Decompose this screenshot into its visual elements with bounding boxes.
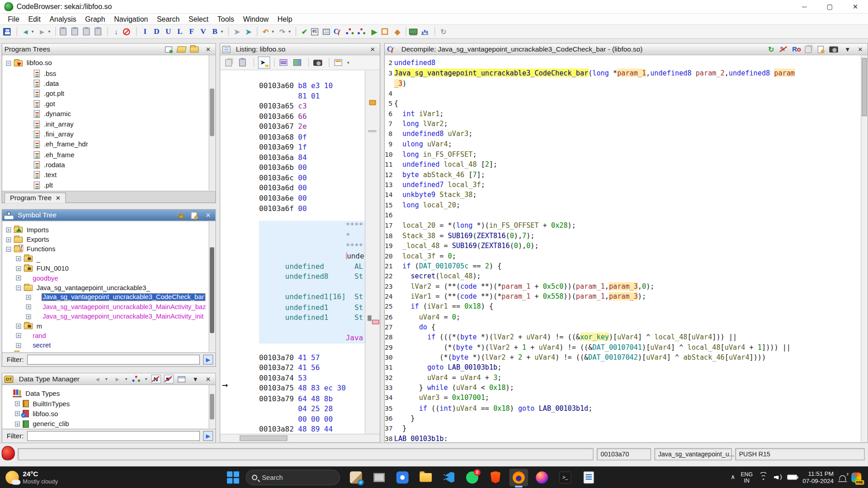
chart-icon[interactable] xyxy=(421,26,432,37)
new-tree-icon[interactable] xyxy=(165,45,175,54)
decompile-line[interactable]: 28 if (((*(byte *)(lVar2 + uVar4) != ((&… xyxy=(385,332,861,342)
menu-window[interactable]: Window xyxy=(239,14,273,24)
menu-analysis[interactable]: Analysis xyxy=(45,14,81,24)
expand-icon[interactable]: + xyxy=(6,227,11,232)
dtm-forward-dropdown-icon[interactable]: ▾ xyxy=(125,376,130,381)
graph-icon[interactable] xyxy=(357,26,368,37)
dtm-back-icon[interactable]: ◄ xyxy=(92,375,102,384)
copy-annotations-icon[interactable] xyxy=(82,26,93,37)
firefox-icon[interactable] xyxy=(509,469,528,486)
listing-row[interactable]: 04 25 28 xyxy=(259,404,380,414)
function-graph-icon[interactable] xyxy=(380,26,391,37)
listing-header[interactable]: Listing: libfoo.so ✕ xyxy=(220,44,380,56)
symbol-java_sg_vantagepoint_uncrackable3_mainac[interactable]: +Java_sg_vantagepoint_uncrackable3_MainA… xyxy=(6,302,208,312)
decompile-line[interactable]: 23 lVar2 = (**(code **)(*param_1 + 0x5c0… xyxy=(385,282,861,291)
paste-icon[interactable] xyxy=(237,56,250,69)
listing-content[interactable]: 00103a60 b8 e3 10 81 0100103a65 c300103a… xyxy=(220,70,380,434)
decompile-line[interactable]: 4 xyxy=(385,89,861,99)
symbol-labels[interactable]: +Labels xyxy=(6,350,208,352)
dtm-back-dropdown-icon[interactable]: ▾ xyxy=(105,376,110,381)
listing-row[interactable]: 00103a68 0f xyxy=(259,132,380,142)
decompile-line[interactable]: 3Java_sg_vantagepoint_uncrackable3_CodeC… xyxy=(385,68,861,78)
validate-icon[interactable]: ✔ xyxy=(299,26,310,37)
sphere-app-icon[interactable] xyxy=(533,469,552,486)
section-init_array[interactable]: .init_array xyxy=(6,119,208,130)
listing-block-row[interactable]: undefined1[16] St xyxy=(259,292,380,303)
disable-edit-icon[interactable]: ✎ xyxy=(779,45,789,54)
menu-navigation[interactable]: Navigation xyxy=(109,14,152,24)
dtm-menu-dropdown-icon[interactable]: ▼ xyxy=(190,375,200,384)
filter-arrays-off-icon[interactable]: N xyxy=(152,375,162,384)
listing-block-row[interactable] xyxy=(259,323,380,333)
decompile-line[interactable]: 8 undefined8 uVar3; xyxy=(385,129,861,139)
paste-icon[interactable] xyxy=(71,26,81,37)
expand-icon[interactable]: + xyxy=(26,305,31,310)
expand-icon[interactable]: + xyxy=(16,343,21,348)
gray-window-app-icon[interactable] xyxy=(370,469,389,486)
listing-row[interactable]: 00103a72 41 56 xyxy=(259,363,380,373)
decompile-line[interactable]: 35 if ((int)uVar4 == 0x18) goto LAB_0010… xyxy=(385,403,861,413)
listing-row[interactable]: 81 01 xyxy=(259,91,380,101)
decompile-line[interactable]: 5{ xyxy=(385,99,861,108)
decompile-line[interactable]: 26 uVar4 = 0; xyxy=(385,312,861,322)
wifi-icon[interactable] xyxy=(758,474,768,481)
symbol-m[interactable]: +m xyxy=(6,321,208,331)
expand-icon[interactable]: + xyxy=(16,256,21,261)
filter-options-icon[interactable] xyxy=(203,355,213,365)
byte-icon[interactable]: B xyxy=(209,26,220,37)
listing-block-row[interactable]: Java xyxy=(259,333,380,343)
undo-icon[interactable]: ↶ xyxy=(260,26,271,37)
decompile-line[interactable]: 16 xyxy=(385,210,861,220)
decompile-line[interactable]: 2undefined8 xyxy=(385,58,861,68)
menu-select[interactable]: Select xyxy=(184,14,213,24)
decompile-line[interactable]: 12 byte abStack_46 [7]; xyxy=(385,170,861,180)
decompile-line[interactable]: _3) xyxy=(385,78,861,88)
listing-row[interactable]: 00103a6f 00 xyxy=(259,204,380,214)
redo-dropdown-icon[interactable]: ▾ xyxy=(288,29,293,34)
diamond-icon[interactable]: ◆ xyxy=(392,26,403,37)
undo-dropdown-icon[interactable]: ▾ xyxy=(272,29,276,34)
decompile-line[interactable]: 38LAB_00103b1b: xyxy=(385,434,861,442)
back-icon[interactable]: ◄ xyxy=(20,26,31,37)
ghidra-status-logo-icon[interactable] xyxy=(2,446,15,460)
vscode-icon[interactable] xyxy=(439,469,458,486)
decompile-line[interactable]: 19 _local_48 = SUB169(ZEXT816(0),0); xyxy=(385,241,861,251)
dtm-forward-icon[interactable]: ► xyxy=(113,375,123,384)
listing-row[interactable]: 00103a82 48 89 44 xyxy=(259,424,380,434)
listing-row[interactable]: 00103a6c 00 xyxy=(259,173,380,183)
symbol-functions[interactable]: −Functions xyxy=(6,244,208,254)
decompile-line[interactable]: 29 (*(byte *)(lVar2 + 1 + uVar4) != ((&D… xyxy=(385,343,861,352)
copy-icon[interactable] xyxy=(224,56,236,69)
decompile-line[interactable]: 31 goto LAB_00103b1b; xyxy=(385,362,861,372)
symbol-filter-input[interactable] xyxy=(27,355,200,365)
decompile-line[interactable]: 7 long lVar2; xyxy=(385,119,861,129)
listing-row[interactable]: 00103a70 41 57 xyxy=(259,353,380,363)
close-panel-icon[interactable]: ✕ xyxy=(203,375,213,384)
filter-pointers-off-icon[interactable]: ☛ xyxy=(165,375,175,384)
undefine-icon[interactable]: U xyxy=(163,26,174,37)
snapshot-icon[interactable] xyxy=(313,56,325,69)
datatype-libfoo.so[interactable]: +libfoo.so xyxy=(5,409,209,419)
listing-block-row[interactable]: **** xyxy=(259,241,380,251)
menu-search[interactable]: Search xyxy=(152,14,184,24)
listing-block-row[interactable]: undefined1 St xyxy=(259,302,380,313)
listing-block-row[interactable]: unde xyxy=(259,251,380,262)
decompile-line[interactable]: 11 undefined local_48 [2]; xyxy=(385,160,861,169)
decompile-line[interactable]: 21 if (DAT_0010705c == 2) { xyxy=(385,261,861,271)
expand-icon[interactable]: + xyxy=(16,276,21,281)
close-panel-icon[interactable]: ✕ xyxy=(855,45,865,54)
copilot-icon[interactable]: PRE xyxy=(851,472,861,482)
section-text[interactable]: .text xyxy=(6,170,208,180)
dtm-scrollbar[interactable] xyxy=(209,385,215,428)
listing-row[interactable]: 00103a67 2e xyxy=(259,122,380,132)
minimize-button[interactable]: ─ xyxy=(792,0,817,14)
search-input[interactable]: Search xyxy=(246,469,340,485)
edit-fields-icon[interactable] xyxy=(333,56,345,69)
symbol-_[interactable]: +_ xyxy=(6,254,208,263)
section-plt[interactable]: .plt xyxy=(6,180,208,190)
filter-options-icon[interactable] xyxy=(203,431,213,441)
decompile-line[interactable]: 14 unkbyte9 Stack_38; xyxy=(385,190,861,200)
readonly-icon[interactable]: Ro xyxy=(792,45,802,54)
memory-map-icon[interactable] xyxy=(409,26,420,37)
symbol-tree-header[interactable]: Symbol Tree ✕ xyxy=(2,210,215,221)
